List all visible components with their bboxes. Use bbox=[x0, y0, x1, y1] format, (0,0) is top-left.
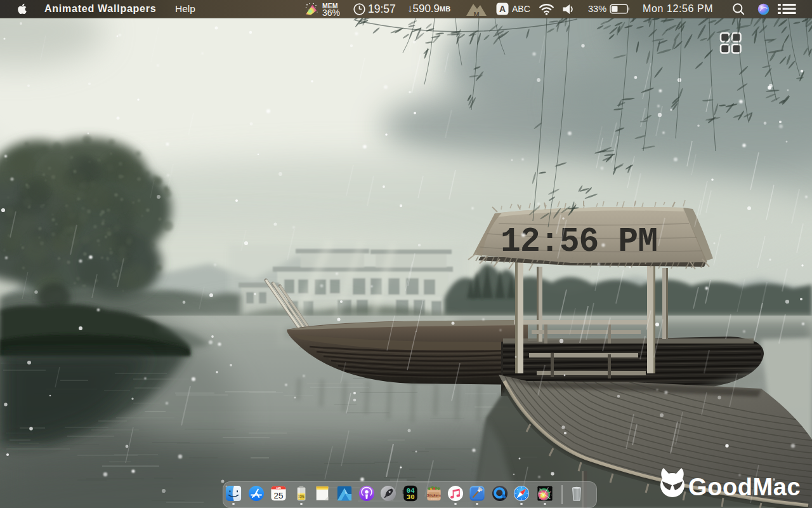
svg-text:12:56 PM: 12:56 PM bbox=[501, 223, 658, 261]
svg-text:M: M bbox=[473, 11, 479, 18]
svg-text:Stickers: Stickers bbox=[427, 493, 441, 497]
svg-text:GoodMac: GoodMac bbox=[688, 474, 801, 500]
svg-text:A: A bbox=[499, 4, 506, 14]
svg-text:25: 25 bbox=[274, 491, 284, 500]
svg-text:JAN: JAN bbox=[276, 486, 281, 490]
svg-text:30: 30 bbox=[407, 493, 415, 501]
